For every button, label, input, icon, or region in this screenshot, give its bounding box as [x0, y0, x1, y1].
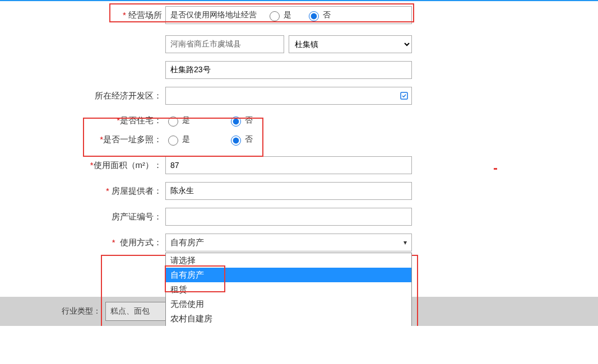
required-mark: * [106, 186, 109, 195]
area-label: 使用面积（m²）： [94, 160, 163, 170]
usage-option-rent[interactable]: 租赁 [166, 282, 411, 297]
yes-text: 是 [284, 10, 291, 20]
provider-input[interactable] [165, 182, 412, 200]
network-only-yes-radio[interactable] [270, 11, 280, 21]
no-text: 否 [323, 10, 331, 20]
residence-no-radio[interactable] [231, 116, 241, 127]
usage-option-free[interactable]: 无偿使用 [166, 297, 411, 311]
usage-option-placeholder[interactable]: 请选择 [166, 253, 411, 268]
select-icon[interactable] [398, 90, 410, 101]
usage-option-own[interactable]: 自有房产 [166, 268, 411, 282]
usage-method-select[interactable]: 自有房产 ▾ [165, 234, 412, 251]
usage-option-rural[interactable]: 农村自建房 [166, 311, 411, 326]
econ-zone-label: 所在经济开发区： [95, 91, 162, 100]
residence-yes-radio[interactable] [168, 116, 178, 127]
industry-label: 行业类型： [62, 306, 101, 316]
industry-value: 糕点、面包 [110, 306, 150, 316]
business-place-label: 经营场所 [128, 10, 162, 20]
no-text: 否 [245, 115, 253, 125]
multi-license-yes-option[interactable]: 是 [165, 134, 190, 146]
yes-text: 是 [182, 115, 190, 125]
town-select[interactable]: 杜集镇 [289, 35, 412, 53]
chevron-down-icon: ▾ [404, 239, 407, 246]
network-only-yes-option[interactable]: 是 [267, 10, 291, 21]
required-mark: * [123, 10, 126, 20]
residence-yes-option[interactable]: 是 [165, 115, 190, 127]
area-input[interactable] [165, 156, 412, 174]
svg-rect-0 [401, 92, 407, 99]
multi-license-yes-radio[interactable] [168, 136, 178, 146]
provider-label: 房屋提供者： [112, 186, 162, 195]
residence-no-option[interactable]: 否 [228, 115, 253, 127]
yes-text: 是 [182, 134, 190, 144]
usage-method-dropdown: 请选择 自有房产 租赁 无偿使用 农村自建房 其他 [165, 253, 412, 326]
address-input[interactable] [165, 61, 412, 79]
residence-label: 是否住宅： [120, 115, 162, 125]
network-only-no-radio[interactable] [309, 11, 319, 21]
network-only-prompt: 是否仅使用网络地址经营 [170, 10, 257, 20]
econ-zone-input[interactable] [165, 87, 412, 105]
region-readonly-input [165, 35, 284, 53]
required-mark: * [112, 237, 115, 247]
multi-license-no-option[interactable]: 否 [228, 134, 253, 146]
cert-no-input[interactable] [165, 208, 412, 226]
multi-license-label: 是否一址多照： [103, 134, 162, 144]
usage-label: 使用方式： [120, 237, 162, 247]
no-text: 否 [245, 134, 253, 144]
cert-no-label: 房产证编号： [112, 212, 162, 221]
network-only-no-option[interactable]: 否 [306, 10, 331, 21]
stray-red-mark [494, 168, 497, 170]
usage-selected-text: 自有房产 [170, 237, 204, 248]
multi-license-no-radio[interactable] [231, 136, 241, 146]
